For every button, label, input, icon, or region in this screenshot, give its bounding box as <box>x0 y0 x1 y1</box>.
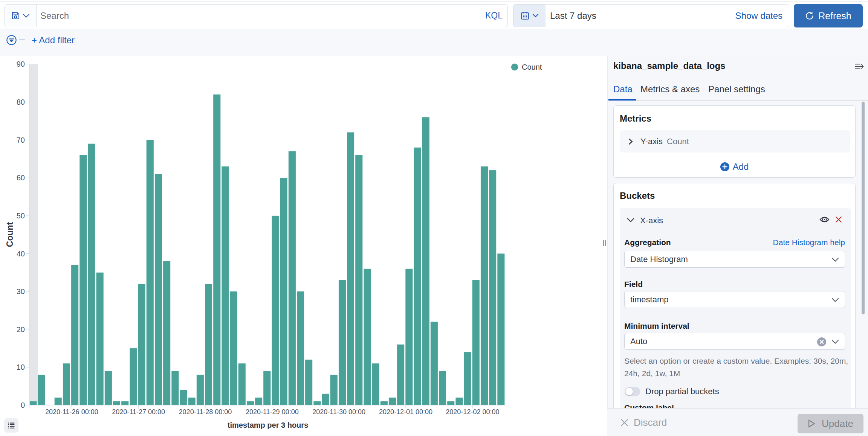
svg-text:80: 80 <box>17 98 25 106</box>
svg-text:40: 40 <box>17 250 25 258</box>
svg-text:20: 20 <box>17 325 25 334</box>
svg-text:2020-11-26 00:00: 2020-11-26 00:00 <box>45 408 98 416</box>
svg-text:Count: Count <box>5 222 15 247</box>
svg-text:2020-12-02 00:00: 2020-12-02 00:00 <box>446 408 499 416</box>
svg-text:2020-12-01 00:00: 2020-12-01 00:00 <box>379 408 432 416</box>
svg-text:30: 30 <box>17 287 25 296</box>
svg-text:0: 0 <box>21 401 25 409</box>
svg-text:10: 10 <box>17 363 25 371</box>
svg-text:2020-11-27 00:00: 2020-11-27 00:00 <box>112 408 165 416</box>
svg-text:2020-11-29 00:00: 2020-11-29 00:00 <box>246 408 299 416</box>
svg-text:60: 60 <box>17 174 25 182</box>
svg-text:90: 90 <box>17 60 25 68</box>
svg-text:50: 50 <box>17 212 25 220</box>
svg-text:2020-11-30 00:00: 2020-11-30 00:00 <box>312 408 365 416</box>
svg-text:timestamp per 3 hours: timestamp per 3 hours <box>228 421 309 429</box>
svg-text:2020-11-28 00:00: 2020-11-28 00:00 <box>179 408 232 416</box>
svg-text:Count: Count <box>522 63 542 71</box>
svg-text:70: 70 <box>17 136 25 144</box>
